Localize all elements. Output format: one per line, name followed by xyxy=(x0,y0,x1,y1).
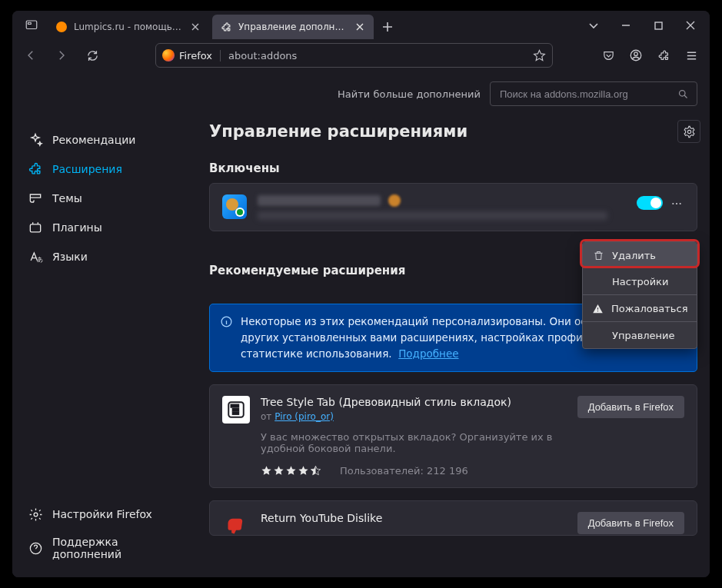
help-icon xyxy=(28,540,43,556)
sidebar-label: Плагины xyxy=(52,221,102,234)
sidebar-item-languages[interactable]: あ Языки xyxy=(18,243,191,271)
rating-stars xyxy=(261,465,321,477)
sidebar-item-addon-support[interactable]: Поддержка дополнений xyxy=(18,530,191,566)
gear-icon xyxy=(28,507,43,522)
sidebar-item-plugins[interactable]: Плагины xyxy=(18,214,191,241)
bookmark-star-icon[interactable] xyxy=(533,49,546,62)
svg-point-12 xyxy=(676,203,677,204)
extensions-icon[interactable] xyxy=(651,43,676,68)
minimize-button[interactable] xyxy=(610,12,642,38)
svg-rect-19 xyxy=(233,412,239,414)
sidebar-label: Настройки Firefox xyxy=(52,508,152,520)
new-tab-button[interactable] xyxy=(377,16,398,38)
svg-point-11 xyxy=(672,203,674,204)
more-options-button[interactable] xyxy=(669,196,684,211)
url-text: about:addons xyxy=(228,50,297,61)
sidebar: Рекомендации Расширения Темы Плагины あ Я… xyxy=(12,71,197,577)
recommendation-icon xyxy=(222,396,250,424)
recommendation-title: Return YouTube Dislike xyxy=(261,512,567,524)
titlebar: Lumpics.ru - помощь с компь Управление д… xyxy=(12,11,710,40)
svg-rect-18 xyxy=(233,409,239,411)
recommendation-card-return-youtube-dislike: Return YouTube Dislike Добавить в Firefo… xyxy=(209,500,697,536)
search-field[interactable] xyxy=(498,88,671,101)
page-title-row: Управление расширениями xyxy=(209,120,697,143)
sidebar-label: Языки xyxy=(52,251,88,263)
recommendation-description: У вас множество открытых вкладок? Органи… xyxy=(261,431,567,454)
favicon-lumpics xyxy=(55,21,68,33)
back-button[interactable] xyxy=(18,43,43,68)
svg-text:あ: あ xyxy=(37,256,43,263)
addon-search-input[interactable] xyxy=(490,81,697,106)
menu-item-remove[interactable]: Удалить xyxy=(583,242,697,268)
close-icon[interactable] xyxy=(189,23,201,31)
puzzle-icon xyxy=(220,21,232,33)
search-label: Найти больше дополнений xyxy=(338,88,481,100)
sidebar-item-themes[interactable]: Темы xyxy=(18,184,191,212)
menu-label: Пожаловаться xyxy=(611,303,688,314)
sidebar-label: Темы xyxy=(52,192,82,204)
menu-item-report[interactable]: Пожаловаться xyxy=(583,295,697,321)
menu-item-manage[interactable]: Управление xyxy=(583,322,697,348)
trash-icon xyxy=(592,249,604,261)
recommendation-icon xyxy=(222,512,250,536)
close-icon[interactable] xyxy=(354,23,366,31)
plugin-icon xyxy=(28,220,43,235)
add-to-firefox-button[interactable]: Добавить в Firefox xyxy=(577,512,684,534)
forward-button[interactable] xyxy=(49,43,74,68)
tab-lumpics[interactable]: Lumpics.ru - помощь с компь xyxy=(48,15,209,39)
toolbar: Firefox about:addons xyxy=(12,40,710,71)
sidebar-item-firefox-settings[interactable]: Настройки Firefox xyxy=(18,500,191,528)
brush-icon xyxy=(28,191,43,206)
svg-point-4 xyxy=(634,52,638,56)
puzzle-icon xyxy=(28,161,43,177)
add-to-firefox-button[interactable]: Добавить в Firefox xyxy=(577,396,684,418)
sidebar-item-recommendations[interactable]: Рекомендации xyxy=(18,126,191,154)
svg-rect-5 xyxy=(30,224,40,232)
recommendation-title: Tree Style Tab (Древовидный стиль вкладо… xyxy=(261,396,567,408)
sidebar-label: Расширения xyxy=(52,163,122,175)
close-window-button[interactable] xyxy=(674,12,707,38)
settings-gear-button[interactable] xyxy=(677,120,700,143)
svg-point-7 xyxy=(34,513,38,517)
tabs-overview-icon[interactable] xyxy=(577,12,610,38)
svg-point-10 xyxy=(687,130,690,133)
tab-addons[interactable]: Управление дополнениями xyxy=(212,15,374,39)
menu-item-settings[interactable]: Настройки xyxy=(583,268,697,294)
warning-icon xyxy=(592,302,604,314)
sidebar-label: Поддержка дополнений xyxy=(52,536,181,560)
section-heading-enabled: Включены xyxy=(209,161,697,175)
extension-context-menu: Удалить Настройки Пожаловаться Управлени… xyxy=(582,241,697,349)
recommendation-card-tree-style-tab: Tree Style Tab (Древовидный стиль вкладо… xyxy=(209,384,697,488)
author-link[interactable]: Piro (piro_or) xyxy=(274,411,334,422)
sparkle-icon xyxy=(28,132,43,148)
extension-name-blurred xyxy=(258,195,381,206)
extension-toggle[interactable] xyxy=(637,196,663,210)
maximize-button[interactable] xyxy=(642,12,674,38)
menu-icon[interactable] xyxy=(679,43,704,68)
language-icon: あ xyxy=(28,249,43,264)
menu-label: Удалить xyxy=(612,250,656,261)
tab-label: Управление дополнениями xyxy=(238,22,348,32)
pocket-icon[interactable] xyxy=(596,43,621,68)
address-bar[interactable]: Firefox about:addons xyxy=(155,43,553,68)
app-menu-icon[interactable] xyxy=(18,12,45,38)
extension-card[interactable] xyxy=(209,183,697,231)
extension-desc-blurred xyxy=(258,211,607,220)
account-icon[interactable] xyxy=(624,43,648,68)
users-count: Пользователей: 212 196 xyxy=(340,465,468,477)
sidebar-item-extensions[interactable]: Расширения xyxy=(18,155,191,183)
page-title: Управление расширениями xyxy=(209,122,467,141)
recommendation-author: от Piro (piro_or) xyxy=(261,411,567,422)
reload-button[interactable] xyxy=(80,43,105,68)
brand-label: Firefox xyxy=(179,50,221,61)
svg-rect-2 xyxy=(655,22,662,29)
svg-rect-17 xyxy=(231,404,239,407)
notice-link[interactable]: Подробнее xyxy=(398,347,458,360)
tab-label: Lumpics.ru - помощь с компь xyxy=(74,22,183,32)
main-panel: Найти больше дополнений Управление расши… xyxy=(197,71,710,577)
sidebar-label: Рекомендации xyxy=(52,134,135,146)
svg-point-14 xyxy=(597,311,598,311)
search-icon xyxy=(677,88,689,100)
svg-point-13 xyxy=(680,203,681,204)
menu-label: Настройки xyxy=(612,276,668,287)
